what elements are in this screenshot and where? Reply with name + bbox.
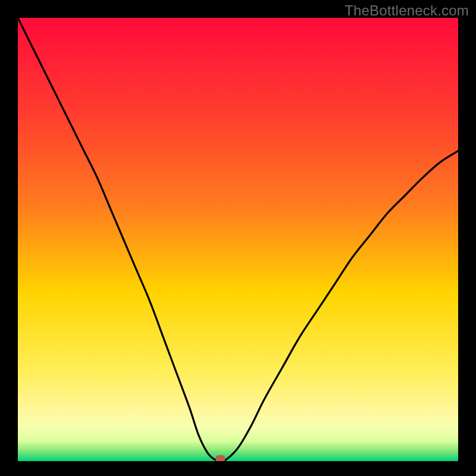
watermark-text: TheBottleneck.com — [345, 2, 469, 19]
chart-frame: TheBottleneck.com — [0, 0, 476, 476]
svg-rect-0 — [18, 18, 458, 461]
plot-area — [18, 18, 458, 461]
plot-svg — [18, 18, 458, 461]
bottleneck-marker — [215, 455, 225, 461]
